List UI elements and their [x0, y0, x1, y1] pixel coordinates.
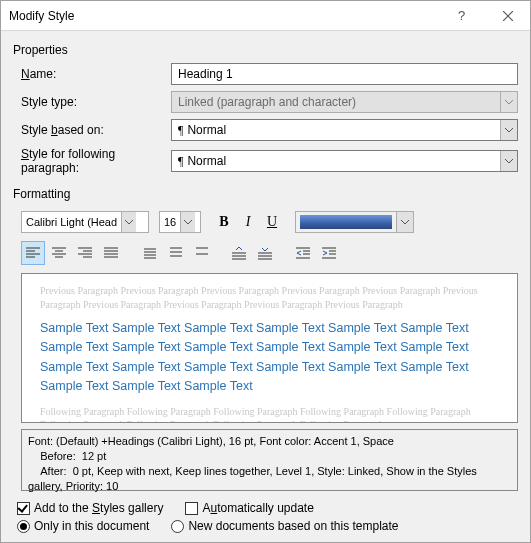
align-center-button[interactable]	[47, 241, 71, 265]
following-select[interactable]: ¶Normal	[171, 150, 518, 172]
based-on-label: Style based on:	[13, 123, 171, 137]
svg-line-2	[503, 11, 513, 21]
underline-button[interactable]: U	[261, 211, 283, 233]
name-label: Name:	[13, 67, 171, 81]
italic-button[interactable]: I	[237, 211, 259, 233]
font-size-combo[interactable]: 16	[159, 211, 201, 233]
titlebar: Modify Style ?	[1, 1, 530, 31]
formatting-heading: Formatting	[13, 187, 518, 201]
decrease-indent-button[interactable]	[291, 241, 315, 265]
add-to-gallery-checkbox[interactable]	[17, 502, 30, 515]
chevron-down-icon[interactable]	[180, 212, 195, 232]
style-type-label: Style type:	[13, 95, 171, 109]
close-button[interactable]	[485, 1, 530, 31]
preview-sample: Sample Text Sample Text Sample Text Samp…	[40, 319, 499, 397]
based-on-select[interactable]: ¶Normal	[171, 119, 518, 141]
spacing-double-button[interactable]	[189, 241, 213, 265]
modify-style-dialog: Modify Style ? Properties Name: Heading …	[0, 0, 531, 543]
svg-line-1	[503, 11, 513, 21]
help-button[interactable]: ?	[440, 1, 485, 31]
spacing-onehalf-button[interactable]	[163, 241, 187, 265]
add-to-gallery-label: Add to the Styles gallery	[34, 501, 163, 515]
auto-update-checkbox[interactable]	[185, 502, 198, 515]
spacing-single-button[interactable]	[137, 241, 161, 265]
align-left-button[interactable]	[21, 241, 45, 265]
increase-before-button[interactable]	[227, 241, 251, 265]
chevron-down-icon	[500, 92, 517, 112]
dialog-title: Modify Style	[1, 9, 440, 23]
new-docs-template-radio[interactable]	[171, 520, 184, 533]
align-justify-button[interactable]	[99, 241, 123, 265]
new-docs-template-label: New documents based on this template	[188, 519, 398, 533]
auto-update-label: Automatically update	[202, 501, 313, 515]
chevron-down-icon[interactable]	[500, 151, 517, 171]
increase-indent-button[interactable]	[317, 241, 341, 265]
align-right-button[interactable]	[73, 241, 97, 265]
chevron-down-icon[interactable]	[500, 120, 517, 140]
only-this-doc-radio[interactable]	[17, 520, 30, 533]
font-family-combo[interactable]: Calibri Light (Head	[21, 211, 149, 233]
preview-following: Following Paragraph Following Paragraph …	[40, 405, 499, 424]
preview-previous: Previous Paragraph Previous Paragraph Pr…	[40, 284, 499, 311]
font-color-button[interactable]	[295, 211, 414, 233]
chevron-down-icon[interactable]	[396, 212, 413, 232]
properties-heading: Properties	[13, 43, 518, 57]
style-description: Font: (Default) +Headings (Calibri Light…	[21, 429, 518, 491]
decrease-before-button[interactable]	[253, 241, 277, 265]
only-this-doc-label: Only in this document	[34, 519, 149, 533]
following-label: Style for following paragraph:	[13, 147, 171, 175]
preview-pane: Previous Paragraph Previous Paragraph Pr…	[21, 273, 518, 423]
color-swatch	[300, 215, 392, 229]
name-input[interactable]: Heading 1	[171, 63, 518, 85]
style-type-select: Linked (paragraph and character)	[171, 91, 518, 113]
svg-text:?: ?	[458, 9, 465, 23]
bold-button[interactable]: B	[213, 211, 235, 233]
chevron-down-icon[interactable]	[121, 212, 136, 232]
